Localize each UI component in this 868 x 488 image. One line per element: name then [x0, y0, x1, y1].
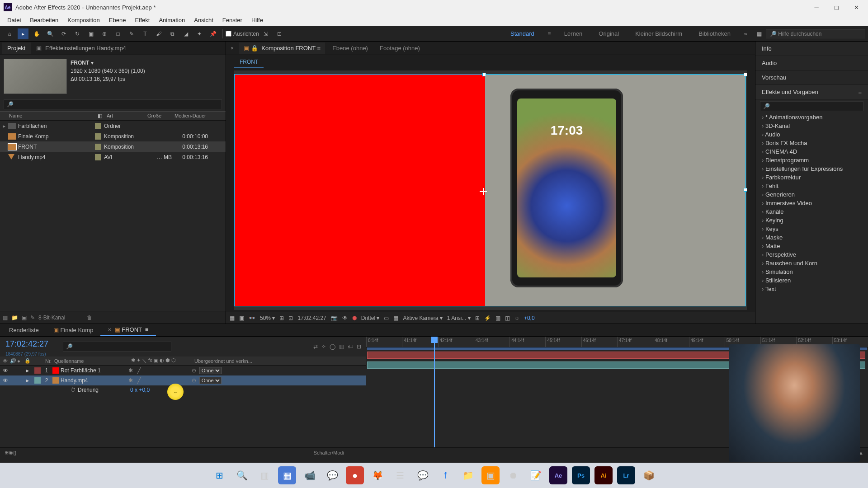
- menu-komposition[interactable]: Komposition: [63, 15, 104, 25]
- firefox-icon[interactable]: 🦊: [368, 466, 387, 484]
- tl-toggle1-icon[interactable]: ⊞: [5, 450, 9, 455]
- camera-select[interactable]: Aktive Kamera ▾: [403, 315, 442, 321]
- effect-category[interactable]: 3D-Kanal: [755, 122, 868, 130]
- effect-category[interactable]: Generieren: [755, 190, 868, 199]
- aftereffects-taskbar-icon[interactable]: Ae: [549, 466, 567, 484]
- newfolder-icon[interactable]: 📁: [11, 314, 18, 321]
- text-tool-icon[interactable]: T: [140, 28, 151, 39]
- effect-category[interactable]: Maske: [755, 233, 868, 242]
- shape-tool-icon[interactable]: □: [113, 28, 123, 39]
- effect-category[interactable]: Boris FX Mocha: [755, 139, 868, 147]
- rotate-tool-icon[interactable]: ↻: [72, 28, 83, 39]
- clone-tool-icon[interactable]: ⧉: [167, 28, 178, 39]
- exposure-reset-icon[interactable]: ☼: [514, 315, 519, 321]
- project-search-input[interactable]: 🔎: [4, 99, 222, 109]
- effect-category[interactable]: * Animationsvorgaben: [755, 113, 868, 122]
- workspace-bibliotheken[interactable]: Bibliotheken: [690, 30, 739, 37]
- minimize-button[interactable]: ─: [812, 3, 821, 12]
- workspace-toggle-icon[interactable]: ▦: [754, 28, 764, 39]
- selection-tool-icon[interactable]: ▸: [18, 28, 28, 39]
- notepad-icon[interactable]: 📝: [527, 466, 545, 484]
- effect-category[interactable]: Fehlt: [755, 182, 868, 190]
- pixel-aspect-icon[interactable]: ⊞: [475, 315, 480, 321]
- col-quellenname[interactable]: Quellenname: [54, 358, 131, 364]
- whatsapp-icon[interactable]: 💬: [323, 466, 341, 484]
- menu-effekt[interactable]: Effekt: [130, 15, 154, 25]
- trash-icon[interactable]: 🗑: [87, 314, 92, 321]
- explorer-icon[interactable]: 📁: [459, 466, 477, 484]
- panel-info[interactable]: Info: [755, 42, 868, 56]
- menubar[interactable]: Datei Bearbeiten Komposition Ebene Effek…: [0, 14, 868, 26]
- dropdown-icon[interactable]: ▾: [91, 60, 94, 66]
- zoom-tool-icon[interactable]: 🔍: [45, 28, 56, 39]
- app-last-icon[interactable]: 📦: [640, 466, 658, 484]
- phone-footage[interactable]: 17:03: [510, 89, 623, 287]
- col-size[interactable]: Größe: [147, 113, 175, 119]
- workspace-menu-icon[interactable]: ≡: [544, 28, 555, 39]
- project-item[interactable]: ▸FarbflächenOrdner: [0, 121, 226, 131]
- workspace-kleiner[interactable]: Kleiner Bildschirm: [627, 30, 690, 37]
- effect-category[interactable]: Rauschen und Korn: [755, 259, 868, 267]
- stopwatch-icon[interactable]: ⏱: [71, 387, 78, 393]
- snapopt2-icon[interactable]: ⊡: [274, 28, 285, 39]
- snap-checkbox[interactable]: Ausrichten: [226, 31, 259, 37]
- search-taskbar-icon[interactable]: 🔍: [233, 466, 251, 484]
- col-dur[interactable]: Medien-Dauer: [175, 113, 211, 119]
- fast-preview-icon[interactable]: ⚡: [484, 315, 491, 321]
- viewer-tab-footage[interactable]: Footage (ohne): [375, 42, 425, 54]
- close-tab-icon[interactable]: ×: [228, 45, 236, 52]
- effect-category[interactable]: Text: [755, 285, 868, 293]
- illustrator-icon[interactable]: Ai: [594, 466, 613, 484]
- flowchart-icon[interactable]: ◫: [505, 315, 510, 321]
- home-icon[interactable]: ⌂: [4, 28, 15, 39]
- project-item[interactable]: Handy.mp4AVI… MB0:00:13:16: [0, 152, 226, 162]
- snapopt1-icon[interactable]: ⇲: [260, 28, 271, 39]
- viewer-breadcrumb[interactable]: FRONT: [234, 57, 264, 68]
- project-item[interactable]: Finale KompKomposition0:00:10:00: [0, 131, 226, 141]
- colormgmt-icon[interactable]: ⬢: [352, 315, 357, 321]
- viewer-tab-ebene[interactable]: Ebene (ohne): [328, 42, 373, 54]
- composition-canvas[interactable]: 17:03: [234, 70, 747, 310]
- effect-category[interactable]: Dienstprogramm: [755, 156, 868, 164]
- tl-opt6-icon[interactable]: ⊡: [357, 343, 361, 350]
- close-button[interactable]: ✕: [852, 3, 861, 12]
- taskview-icon[interactable]: ▥: [255, 466, 274, 484]
- res-icon[interactable]: ⊞: [279, 315, 284, 321]
- tl-opt2-icon[interactable]: ✧: [321, 343, 326, 350]
- tl-tab-front[interactable]: × ▣ FRONT ≡: [100, 324, 156, 336]
- eraser-tool-icon[interactable]: ◢: [180, 28, 191, 39]
- selection-handle[interactable]: [482, 73, 486, 76]
- snapshot-icon[interactable]: 📷: [331, 315, 338, 321]
- tab-projekt[interactable]: Projekt: [2, 42, 31, 54]
- zoom-select[interactable]: 50% ▾: [260, 315, 275, 321]
- transparency-icon[interactable]: ▦: [393, 315, 398, 321]
- red-solid-layer[interactable]: [235, 75, 485, 306]
- tl-opt4-icon[interactable]: ▥: [339, 343, 344, 350]
- app-dark-icon[interactable]: ☰: [391, 466, 409, 484]
- start-icon[interactable]: ⊞: [210, 466, 228, 484]
- obs-icon[interactable]: ⏺: [504, 466, 522, 484]
- windows-taskbar[interactable]: ⊞ 🔍 ▥ ▦ 📹 💬 ● 🦊 ☰ 💬 f 📁 ▣ ⏺ 📝 Ae Ps Ai L…: [0, 463, 868, 488]
- selection-handle[interactable]: [744, 188, 747, 192]
- effect-category[interactable]: CINEMA 4D: [755, 147, 868, 156]
- effect-category[interactable]: Kanäle: [755, 207, 868, 216]
- tab-effekteinstellungen[interactable]: ▣ Effekteinstellungen Handy.mp4: [31, 42, 131, 54]
- menu-ebene[interactable]: Ebene: [104, 15, 131, 25]
- speaker-col-icon[interactable]: 🔊: [10, 358, 17, 364]
- col-parent[interactable]: Übergeordnet und verkn...: [194, 358, 276, 364]
- solo-col-icon[interactable]: ●: [17, 358, 24, 364]
- brush-tool-icon[interactable]: 🖌: [153, 28, 164, 39]
- panel-vorschau[interactable]: Vorschau: [755, 70, 868, 85]
- timeline-timecode[interactable]: 17:02:42:27: [0, 337, 54, 352]
- interpret-icon[interactable]: ▥: [3, 314, 8, 321]
- menu-bearbeiten[interactable]: Bearbeiten: [25, 15, 63, 25]
- roto-tool-icon[interactable]: ✦: [194, 28, 205, 39]
- tl-opt3-icon[interactable]: ◯: [330, 343, 335, 350]
- puppet-tool-icon[interactable]: 📌: [208, 28, 218, 39]
- orbit-tool-icon[interactable]: ⟳: [58, 28, 69, 39]
- resolution-select[interactable]: Drittel ▾: [361, 315, 380, 321]
- panel-audio[interactable]: Audio: [755, 56, 868, 70]
- channel-icon[interactable]: ▣: [239, 315, 244, 321]
- workspace-lernen[interactable]: Lernen: [556, 30, 590, 37]
- messenger-icon[interactable]: 💬: [414, 466, 432, 484]
